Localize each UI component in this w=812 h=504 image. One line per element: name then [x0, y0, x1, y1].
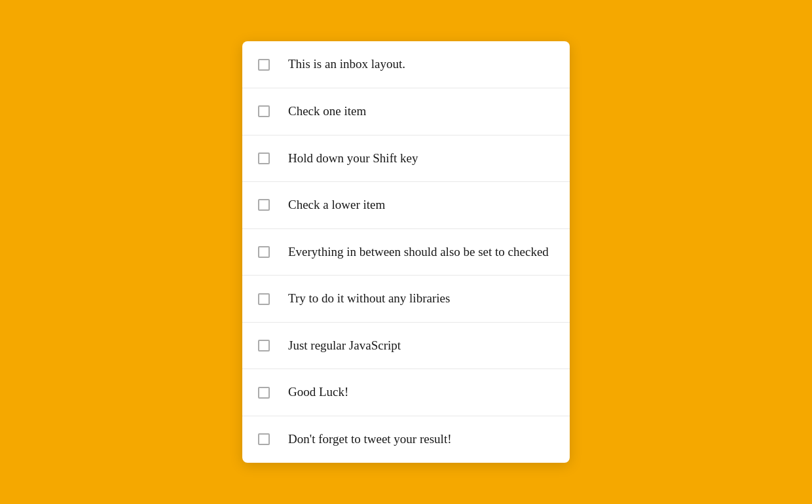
item-checkbox[interactable] [258, 387, 270, 399]
item-checkbox[interactable] [258, 59, 270, 71]
list-item[interactable]: Just regular JavaScript [242, 323, 570, 370]
item-label: Check a lower item [288, 196, 385, 214]
item-label: This is an inbox layout. [288, 56, 405, 73]
item-label: Just regular JavaScript [288, 337, 401, 355]
list-item[interactable]: Hold down your Shift key [242, 135, 570, 183]
item-label: Good Luck! [288, 384, 348, 401]
list-item[interactable]: Check a lower item [242, 182, 570, 229]
item-checkbox[interactable] [258, 246, 270, 258]
list-item[interactable]: Everything in between should also be set… [242, 229, 570, 276]
item-label: Don't forget to tweet your result! [288, 431, 452, 448]
item-checkbox[interactable] [258, 293, 270, 305]
item-checkbox[interactable] [258, 433, 270, 445]
item-label: Check one item [288, 103, 366, 120]
item-label: Everything in between should also be set… [288, 243, 549, 261]
item-label: Hold down your Shift key [288, 150, 418, 168]
item-checkbox[interactable] [258, 105, 270, 117]
list-item[interactable]: Check one item [242, 88, 570, 135]
inbox-container: This is an inbox layout.Check one itemHo… [242, 41, 570, 462]
list-item[interactable]: This is an inbox layout. [242, 41, 570, 88]
item-checkbox[interactable] [258, 340, 270, 351]
item-checkbox[interactable] [258, 153, 270, 164]
list-item[interactable]: Don't forget to tweet your result! [242, 416, 570, 463]
item-checkbox[interactable] [258, 199, 270, 211]
item-label: Try to do it without any libraries [288, 290, 450, 308]
list-item[interactable]: Try to do it without any libraries [242, 276, 570, 323]
list-item[interactable]: Good Luck! [242, 369, 570, 416]
